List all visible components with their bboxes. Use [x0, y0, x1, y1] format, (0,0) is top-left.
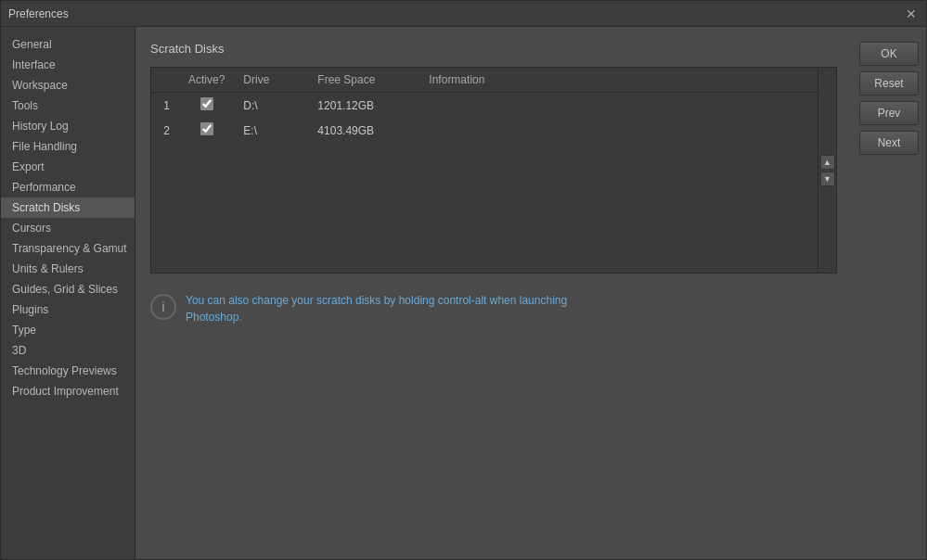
col-active: Active? [179, 68, 234, 93]
close-button[interactable]: ✕ [904, 6, 919, 21]
drive-cell: D:\ [234, 93, 308, 119]
sidebar-item-scratch-disks[interactable]: Scratch Disks [1, 197, 135, 218]
preferences-dialog: Preferences ✕ GeneralInterfaceWorkspaceT… [0, 0, 927, 560]
sidebar-item-type[interactable]: Type [1, 320, 135, 340]
sidebar-item-general[interactable]: General [1, 34, 135, 55]
ok-button[interactable]: OK [859, 42, 919, 66]
sidebar-item-plugins[interactable]: Plugins [1, 299, 135, 320]
main-area: Scratch Disks Active? Drive Free Space [135, 27, 852, 559]
active-checkbox[interactable] [200, 97, 213, 110]
next-button[interactable]: Next [859, 131, 919, 155]
table-row: 2 E:\ 4103.49GB [151, 118, 818, 143]
disk-table: Active? Drive Free Space Information 1 D… [151, 68, 818, 143]
sidebar-item-workspace[interactable]: Workspace [1, 75, 135, 95]
button-panel: OK Reset Prev Next [852, 27, 926, 559]
active-checkbox-cell[interactable] [179, 118, 234, 143]
info-icon: i [150, 294, 176, 320]
sidebar-item-interface[interactable]: Interface [1, 55, 135, 75]
col-drive: Drive [234, 68, 308, 93]
reset-button[interactable]: Reset [859, 71, 919, 95]
dialog-title: Preferences [8, 7, 69, 20]
active-checkbox[interactable] [200, 122, 213, 135]
table-row: 1 D:\ 1201.12GB [151, 93, 818, 119]
sidebar-item-export[interactable]: Export [1, 157, 135, 177]
sidebar-item-guides-grid-slices[interactable]: Guides, Grid & Slices [1, 279, 135, 299]
freespace-cell: 1201.12GB [308, 93, 419, 119]
sidebar-item-3d[interactable]: 3D [1, 340, 135, 361]
sidebar-item-tools[interactable]: Tools [1, 95, 135, 116]
scroll-up-button[interactable]: ▲ [820, 155, 835, 170]
scroll-down-button[interactable]: ▼ [820, 172, 835, 186]
information-cell [419, 118, 818, 143]
row-number: 1 [151, 93, 179, 119]
col-num [151, 68, 179, 93]
information-cell [419, 93, 818, 119]
sidebar: GeneralInterfaceWorkspaceToolsHistory Lo… [1, 27, 135, 559]
drive-cell: E:\ [234, 118, 308, 143]
title-bar: Preferences ✕ [1, 1, 926, 27]
sidebar-item-transparency-gamut[interactable]: Transparency & Gamut [1, 238, 135, 259]
section-title: Scratch Disks [150, 42, 837, 56]
sidebar-item-cursors[interactable]: Cursors [1, 218, 135, 238]
col-freespace: Free Space [308, 68, 419, 93]
row-number: 2 [151, 118, 179, 143]
content-area: GeneralInterfaceWorkspaceToolsHistory Lo… [1, 27, 926, 559]
sidebar-item-units-rulers[interactable]: Units & Rulers [1, 259, 135, 279]
freespace-cell: 4103.49GB [308, 118, 419, 143]
sidebar-item-technology-previews[interactable]: Technology Previews [1, 361, 135, 381]
info-text: You can also change your scratch disks b… [186, 292, 567, 325]
sidebar-item-history-log[interactable]: History Log [1, 116, 135, 136]
active-checkbox-cell[interactable] [179, 93, 234, 119]
col-information: Information [419, 68, 818, 93]
sidebar-item-file-handling[interactable]: File Handling [1, 136, 135, 157]
disk-table-container: Active? Drive Free Space Information 1 D… [150, 67, 837, 274]
prev-button[interactable]: Prev [859, 101, 919, 125]
sidebar-item-product-improvement[interactable]: Product Improvement [1, 381, 135, 401]
sidebar-item-performance[interactable]: Performance [1, 177, 135, 197]
info-box: i You can also change your scratch disks… [150, 288, 837, 329]
